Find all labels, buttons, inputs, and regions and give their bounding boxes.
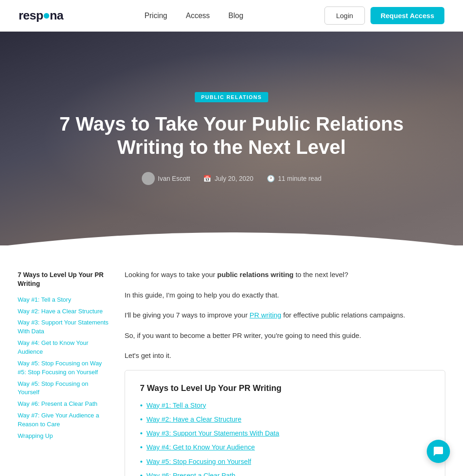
toc-box-link-2[interactable]: Way #2: Have a Clear Structure: [146, 415, 241, 424]
intro-para-1: Looking for ways to take your public rel…: [125, 269, 445, 281]
toc-box-link-5[interactable]: Way #5: Stop Focusing on Yourself: [146, 457, 251, 466]
sidebar-link-6[interactable]: Way #6: Present a Clear Path: [18, 399, 111, 410]
toc-box-item-2: Way #2: Have a Clear Structure: [140, 415, 430, 424]
nav-pricing[interactable]: Pricing: [145, 12, 167, 20]
intro-para-3: I'll be giving you 7 ways to improve you…: [125, 309, 445, 321]
toc-box: 7 Ways to Level Up Your PR Writing Way #…: [125, 370, 445, 476]
hero-title: 7 Ways to Take Your Public Relations Wri…: [46, 112, 417, 159]
intro-1-pre: Looking for ways to take your: [125, 271, 217, 278]
toc-box-link-1[interactable]: Way #1: Tell a Story: [146, 401, 206, 410]
article: Looking for ways to take your public rel…: [125, 269, 445, 476]
hero-content: PUBLIC RELATIONS 7 Ways to Take Your Pub…: [0, 32, 463, 245]
chat-icon: [433, 446, 444, 457]
nav-blog[interactable]: Blog: [228, 12, 243, 20]
publish-date: July 20, 2020: [215, 175, 253, 182]
hero-date: 📅 July 20, 2020: [203, 174, 253, 183]
article-intro: Looking for ways to take your public rel…: [125, 269, 445, 362]
sidebar-toc: 7 Ways to Level Up Your PR Writing Way #…: [18, 269, 111, 476]
toc-box-link-6[interactable]: Way #6: Present a Clear Path: [146, 471, 235, 476]
sidebar-link-wrapping[interactable]: Wrapping Up: [18, 431, 111, 442]
toc-box-link-3[interactable]: Way #3: Support Your Statements With Dat…: [146, 429, 279, 438]
intro-para-4: So, if you want to become a better PR wr…: [125, 330, 445, 342]
site-header: respna Pricing Access Blog Login Request…: [0, 0, 463, 32]
logo-text: respna: [19, 8, 63, 23]
main-content: 7 Ways to Level Up Your PR Writing Way #…: [8, 245, 455, 476]
hero-author: Ivan Escott: [142, 172, 190, 185]
header-buttons: Login Request Access: [324, 7, 444, 25]
sidebar-toc-title: 7 Ways to Level Up Your PR Writing: [18, 271, 111, 288]
intro-para-2: In this guide, I'm going to help you do …: [125, 289, 445, 301]
main-nav: Pricing Access Blog: [145, 12, 244, 20]
request-access-button[interactable]: Request Access: [370, 7, 444, 24]
intro-para-5: Let's get into it.: [125, 350, 445, 362]
toc-box-item-3: Way #3: Support Your Statements With Dat…: [140, 429, 430, 438]
sidebar-toc-links: Way #1: Tell a Story Way #2: Have a Clea…: [18, 295, 111, 442]
sidebar-link-2[interactable]: Way #2: Have a Clear Structure: [18, 306, 111, 317]
hero-section: PUBLIC RELATIONS 7 Ways to Take Your Pub…: [0, 32, 463, 245]
intro-1-post: to the next level?: [293, 271, 348, 278]
sidebar-link-3[interactable]: Way #3: Support Your Statements With Dat…: [18, 317, 111, 337]
intro-1-bold: public relations writing: [217, 271, 293, 278]
toc-box-title: 7 Ways to Level Up Your PR Writing: [140, 383, 430, 393]
hero-meta: Ivan Escott 📅 July 20, 2020 🕐 11 minute …: [142, 172, 322, 185]
author-avatar: [142, 172, 155, 185]
intro-3-pre: I'll be giving you 7 ways to improve you…: [125, 311, 250, 319]
sidebar-link-7[interactable]: Way #7: Give Your Audience a Reason to C…: [18, 410, 111, 430]
toc-box-item-4: Way #4: Get to Know Your Audience: [140, 443, 430, 452]
logo-dot: [44, 13, 49, 19]
logo[interactable]: respna: [19, 8, 63, 23]
hero-read-time: 🕐 11 minute read: [266, 174, 321, 183]
read-time: 11 minute read: [278, 175, 321, 182]
toc-box-link-4[interactable]: Way #4: Get to Know Your Audience: [146, 443, 255, 452]
sidebar-link-5b[interactable]: Way #5: Stop Focusing on Yourself: [18, 379, 111, 398]
author-name: Ivan Escott: [158, 175, 190, 182]
toc-box-item-6: Way #6: Present a Clear Path: [140, 471, 430, 476]
pr-writing-link[interactable]: PR writing: [250, 311, 281, 319]
sidebar-link-1[interactable]: Way #1: Tell a Story: [18, 295, 111, 305]
hero-badge: PUBLIC RELATIONS: [195, 92, 269, 102]
intro-3-post: for effective public relations campaigns…: [281, 311, 405, 319]
toc-box-list: Way #1: Tell a Story Way #2: Have a Clea…: [140, 401, 430, 476]
sidebar-link-4[interactable]: Way #4: Get to Know Your Audience: [18, 338, 111, 357]
sidebar-link-5a[interactable]: Way #5: Stop Focusing on Way #5: Stop Fo…: [18, 358, 111, 378]
login-button[interactable]: Login: [324, 7, 365, 25]
clock-icon: 🕐: [266, 174, 275, 183]
chat-bubble-button[interactable]: [427, 440, 450, 463]
toc-box-item-1: Way #1: Tell a Story: [140, 401, 430, 410]
toc-box-item-5: Way #5: Stop Focusing on Yourself: [140, 457, 430, 466]
nav-access[interactable]: Access: [186, 12, 210, 20]
calendar-icon: 📅: [203, 174, 212, 183]
